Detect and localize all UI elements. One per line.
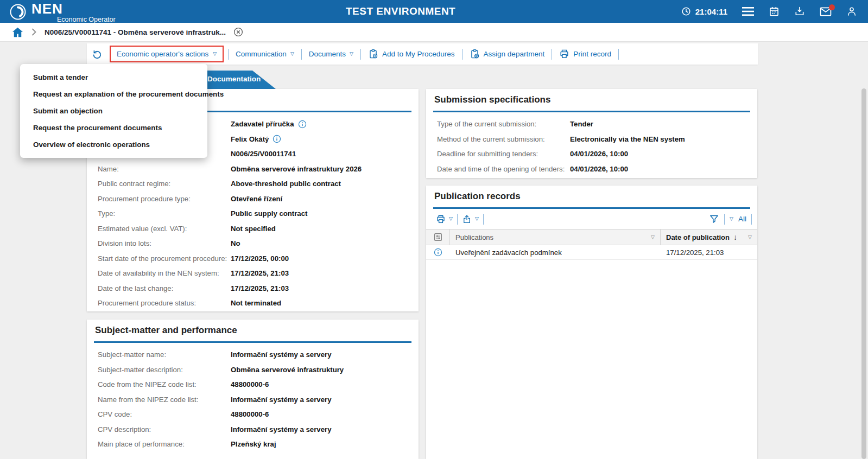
column-settings-button[interactable] <box>426 229 450 245</box>
field-row: Start date of the procurement procedure:… <box>87 251 419 266</box>
field-label: Subject-matter description: <box>98 366 231 374</box>
field-value: No <box>231 239 240 247</box>
submission-rows: Type of the current submission: Tender M… <box>426 112 757 176</box>
menu-button[interactable] <box>742 7 754 16</box>
close-tab-icon[interactable] <box>233 27 243 37</box>
environment-title: TEST ENVIRONMENT <box>346 5 455 17</box>
info-icon[interactable] <box>298 120 307 129</box>
field-row: Name from the NIPEZ code list: Informačn… <box>87 392 419 407</box>
print-record-label: Print record <box>573 50 611 58</box>
person-icon <box>846 6 857 17</box>
app-brand[interactable]: NEN Economic Operator <box>9 2 116 23</box>
print-list-button[interactable]: ▽ <box>432 214 457 224</box>
field-label: Name from the NIPEZ code list: <box>98 396 231 404</box>
field-row: Division into lots: No <box>87 236 419 251</box>
calendar-icon <box>769 6 780 17</box>
menu-item[interactable]: Request the procurement documents <box>20 119 207 136</box>
field-label: Date of availability in the NEN system: <box>98 269 231 277</box>
subject-matter-card: Subject-matter and performance Subject-m… <box>87 320 419 459</box>
field-row: Date of availability in the NEN system: … <box>87 266 419 281</box>
filter-funnel-icon[interactable] <box>709 214 719 224</box>
overview-rows: Name: Obměna serverové infrastruktury 20… <box>87 162 419 311</box>
economic-operators-actions-button[interactable]: Economic operator's actions ▽ <box>110 46 224 62</box>
publications-toolbar: ▽ ▽ ▽ All <box>426 209 757 229</box>
chevron-down-icon: ▽ <box>475 216 479 221</box>
field-row: Public contract regime: Above-threshold … <box>87 176 419 192</box>
column-filter-icon[interactable]: ▽ <box>748 235 752 240</box>
home-icon[interactable] <box>12 27 23 37</box>
field-row: Subject-matter name: Informační systémy … <box>87 347 419 362</box>
field-label: Procurement procedure status: <box>98 299 231 307</box>
menu-item[interactable]: Overview of electronic operations <box>20 136 207 153</box>
menu-item-label: Overview of electronic operations <box>33 141 150 149</box>
filter-all-link[interactable]: All <box>738 215 746 223</box>
breadcrumb-item[interactable]: N006/25/V00011741 - Obměna serverové inf… <box>45 28 226 36</box>
messages-button[interactable] <box>820 7 832 16</box>
chevron-right-icon <box>31 28 36 36</box>
breadcrumb: N006/25/V00011741 - Obměna serverové inf… <box>0 23 868 42</box>
field-row: Procurement procedure status: Not termin… <box>87 296 419 311</box>
column-header-date[interactable]: Date of publication ↓ ▽ <box>661 229 757 245</box>
field-row: Date and time of the opening of tenders:… <box>426 162 757 177</box>
field-value: 17/12/2025, 21:03 <box>231 269 289 277</box>
field-label: Main place of performance: <box>98 440 231 448</box>
downloads-button[interactable] <box>794 6 805 17</box>
profile-button[interactable] <box>846 6 857 17</box>
field-label: Type of the current submission: <box>437 120 570 128</box>
publication-records-title: Publication records <box>426 186 757 207</box>
unread-badge <box>829 4 835 10</box>
chevron-down-icon[interactable]: ▽ <box>730 216 733 221</box>
field-row: Type: Public supply contract <box>87 206 419 221</box>
toolbar-divider <box>618 49 619 60</box>
economic-operators-actions-menu: Submit a tender Request an explanation o… <box>20 64 207 158</box>
publication-records-card: Publication records ▽ ▽ <box>426 186 757 459</box>
field-value: 48800000-6 <box>231 380 269 388</box>
menu-item[interactable]: Request an explanation of the procuremen… <box>20 86 207 103</box>
calendar-button[interactable] <box>769 6 780 17</box>
table-row[interactable]: Uveřejnění zadávacích podmínek 17/12/202… <box>426 245 757 260</box>
chevron-down-icon: ▽ <box>449 216 453 221</box>
printer-icon <box>436 214 446 224</box>
add-to-my-procedures-button[interactable]: Add to My Procedures <box>361 49 462 59</box>
clipboard-gear-icon <box>470 49 480 59</box>
assign-department-label: Assign department <box>484 50 545 58</box>
sort-descending-icon[interactable]: ↓ <box>733 233 737 241</box>
chevron-down-icon: ▽ <box>350 52 353 56</box>
info-icon[interactable] <box>273 135 281 143</box>
subject-rows: Subject-matter name: Informační systémy … <box>87 343 419 452</box>
export-button[interactable]: ▽ <box>458 214 483 224</box>
field-value: Plzeňský kraj <box>231 440 276 448</box>
field-row: Estimated value (excl. VAT): Not specifi… <box>87 221 419 237</box>
assign-department-button[interactable]: Assign department <box>462 49 552 59</box>
menu-item[interactable]: Submit a tender <box>20 69 207 86</box>
column-header-publications[interactable]: Publications ▽ <box>450 229 661 245</box>
field-value: Tender <box>570 120 593 128</box>
print-record-button[interactable]: Print record <box>552 49 618 59</box>
record-toolbar: Economic operator's actions ▽ Communicat… <box>87 43 758 65</box>
clock-icon <box>681 7 691 16</box>
top-bar: NEN Economic Operator TEST ENVIRONMENT 2… <box>0 0 868 23</box>
field-value: Above-threshold public contract <box>231 180 341 188</box>
vertical-scrollbar[interactable] <box>861 88 866 459</box>
field-value: 17/12/2025, 21:03 <box>231 284 289 292</box>
field-label: Procurement procedure type: <box>98 195 231 203</box>
add-to-my-procedures-label: Add to My Procedures <box>382 50 455 58</box>
column-filter-icon[interactable]: ▽ <box>651 235 655 240</box>
field-row: Date of the last change: 17/12/2025, 21:… <box>87 281 419 296</box>
field-row: Method of the current submission: Electr… <box>426 132 757 147</box>
menu-item[interactable]: Submit an objection <box>20 103 207 119</box>
communication-label: Communication <box>236 50 287 58</box>
brand-subtitle: Economic Operator <box>57 16 116 23</box>
field-label: Method of the current submission: <box>437 135 570 143</box>
submission-specifications-card: Submission specifications Type of the cu… <box>426 89 757 178</box>
history-button[interactable] <box>87 49 107 59</box>
field-value: Zadavatel příručka <box>231 120 294 128</box>
field-label: Estimated value (excl. VAT): <box>98 225 231 233</box>
publication-name: Uveřejnění zadávacích podmínek <box>455 248 562 257</box>
field-value: Informační systémy a servery <box>231 350 331 359</box>
field-value: 04/01/2026, 10:00 <box>570 150 628 158</box>
communication-button[interactable]: Communication ▽ <box>229 50 301 58</box>
documents-button[interactable]: Documents ▽ <box>302 50 360 58</box>
info-icon[interactable] <box>434 248 442 257</box>
field-row: Subject-matter description: Obměna serve… <box>87 362 419 378</box>
